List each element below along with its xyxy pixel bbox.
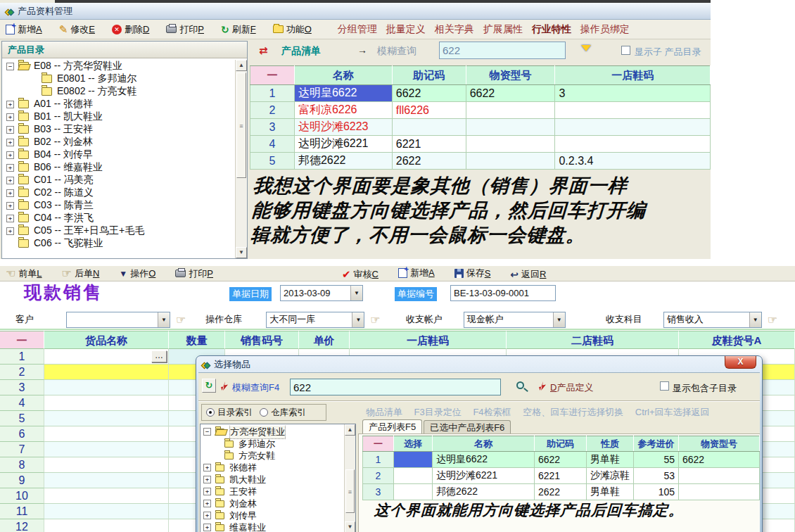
expand-toggle[interactable]: + [6,126,14,134]
dialog-tree-scrollbar[interactable]: ▲ ≡ ▼ [344,424,355,532]
expand-toggle[interactable]: + [203,512,211,519]
print-button[interactable]: 打印P [175,267,213,280]
scroll-up-arrow[interactable]: ▲ [236,60,247,71]
table-row[interactable]: 1达明皇6622662266223 [250,85,711,102]
tree-item[interactable]: −方亮华贸鞋业 [201,426,344,438]
expand-toggle[interactable]: − [6,63,14,70]
refresh-button[interactable]: ↻刷新F [221,23,256,36]
lookup-hand-icon[interactable]: ☞ [768,313,777,327]
tree-item[interactable]: +刘传早 [201,509,344,521]
lookup-hand-icon[interactable]: ☞ [176,313,186,327]
expand-toggle[interactable]: + [6,202,14,210]
grid-cell[interactable] [44,473,169,488]
tree-item[interactable]: +C05 -- 王军+日鸟王+毛毛 [2,224,234,237]
dialog-titlebar[interactable]: 选择物品 [196,356,762,372]
table-row[interactable]: 2达明沙滩62216221沙滩凉鞋53 [363,468,760,484]
doc-date-combobox[interactable]: 2013-03-09 ▼ [280,285,363,301]
tree-item[interactable]: +C02 -- 陈道义 [2,186,234,199]
table-row[interactable]: 1达明皇66226622男单鞋556622 [363,452,760,468]
tree-item[interactable]: +王安祥 [201,486,344,498]
toolbar-link-5[interactable]: 操作员绑定 [580,23,630,36]
column-header[interactable]: 一 [250,66,295,85]
column-header[interactable]: 皮鞋货号A [679,331,795,349]
show-sub-catalog-checkbox[interactable] [621,46,630,55]
tree-item[interactable]: +B02 -- 刘金林 [2,136,234,148]
table-row[interactable]: 4达明沙滩62216221 [250,136,711,153]
column-header[interactable]: 二店鞋码 [507,331,679,349]
toolbar-link-2[interactable]: 相关字典 [435,23,474,36]
new-button[interactable]: 新增A [398,267,435,279]
audit-button[interactable]: ✔审核C [342,268,379,281]
toolbar-link-3[interactable]: 扩展属性 [483,23,523,36]
warehouse-index-radio[interactable] [260,408,268,417]
grid-cell[interactable] [44,365,169,380]
search-icon[interactable] [516,381,524,389]
grid-cell[interactable] [44,488,169,504]
tree-item[interactable]: +B01 -- 凯大鞋业 [2,110,234,123]
tab-0[interactable]: 产品列表F5 [362,419,422,434]
column-header[interactable]: 货品名称 [44,331,169,349]
tree-item[interactable]: E0802 -- 方亮女鞋 [2,85,234,98]
grid-cell[interactable] [44,380,169,395]
grid-cell[interactable] [44,457,169,473]
column-header[interactable]: 物资型号 [466,66,555,85]
delete-button[interactable]: ✕删除D [112,23,149,36]
scroll-down-arrow[interactable]: ▼ [236,247,247,258]
tree-item[interactable]: +刘金林 [201,498,344,509]
tree-item[interactable]: +B04 -- 刘传早 [2,148,234,161]
table-row[interactable]: 5邦德262226220.2.3.4 [250,153,711,170]
column-header[interactable]: 数量 [169,331,225,349]
toolbar-link-0[interactable]: 分组管理 [338,23,377,36]
expand-toggle[interactable]: + [203,476,211,483]
scroll-thumb[interactable]: ≡ [236,72,246,178]
column-header[interactable]: 名称 [294,66,392,85]
column-header[interactable]: 单价 [299,331,350,349]
grid-cell[interactable]: … [44,349,169,365]
expand-toggle[interactable]: + [203,500,211,507]
grid-cell[interactable] [44,395,169,411]
table-row[interactable]: 3达明沙滩6223 [250,119,711,136]
prev-doc-button[interactable]: ☜前单L [6,267,42,280]
tree-item[interactable]: +凯大鞋业 [201,474,344,486]
expand-toggle[interactable]: + [6,101,14,108]
swap-arrows-icon[interactable]: ⇄ [259,44,268,57]
catalog-tree-scrollbar[interactable]: ▲ ≡ ▼ [235,60,247,258]
scroll-thumb[interactable]: ≡ [345,469,355,513]
dropdown-arrow-icon[interactable]: ▼ [158,312,170,327]
tree-item[interactable]: +张德祥 [201,462,344,474]
expand-toggle[interactable]: + [6,139,14,146]
return-button[interactable]: ↩返回R [510,268,546,281]
doc-number-input[interactable] [450,285,556,301]
field-combobox-3[interactable]: 销售收入▼ [663,312,762,328]
lookup-hand-icon[interactable]: ☞ [370,313,380,327]
scroll-down-arrow[interactable]: ▼ [345,521,355,532]
toolbar-link-1[interactable]: 批量定义 [386,23,426,36]
operate-button[interactable]: ▼操作O [119,267,155,280]
expand-toggle[interactable]: + [203,524,211,531]
goto-arrow-icon[interactable]: → [357,44,367,56]
expand-toggle[interactable]: + [6,177,14,184]
expand-toggle[interactable]: + [203,488,211,495]
cell-select[interactable] [394,452,433,468]
table-row[interactable]: 2富利凉6226fll6226 [250,102,711,119]
fuzzy-search-input[interactable] [439,42,566,59]
save-button[interactable]: 保存S [454,267,491,279]
tree-item[interactable]: 多邦迪尔 [201,438,344,450]
field-combobox-1[interactable]: 大不同一库▼ [266,312,364,328]
table-row[interactable]: 3邦德26222622男单鞋105 [363,484,760,500]
grid-cell[interactable] [44,519,169,532]
grid-cell[interactable] [44,504,169,519]
new-button[interactable]: 新增A [6,23,42,36]
cell-select[interactable] [394,468,433,484]
grid-cell[interactable] [44,426,169,442]
column-header[interactable]: 一店鞋码 [555,66,711,85]
toolbar-link-4[interactable]: 行业特性 [532,23,571,36]
include-subdir-checkbox[interactable] [660,381,669,391]
product-window-titlebar[interactable]: 产品资料管理 [0,3,711,20]
column-header[interactable]: 销售码号 [225,331,299,349]
tab-1[interactable]: 已选中产品列表F6 [424,420,511,434]
column-header[interactable]: 性质 [587,436,634,452]
functions-button[interactable]: 功能O [273,23,312,36]
lookup-ellipsis-button[interactable]: … [151,350,167,362]
tree-item[interactable]: +B06 -- 维嘉鞋业 [2,161,234,174]
